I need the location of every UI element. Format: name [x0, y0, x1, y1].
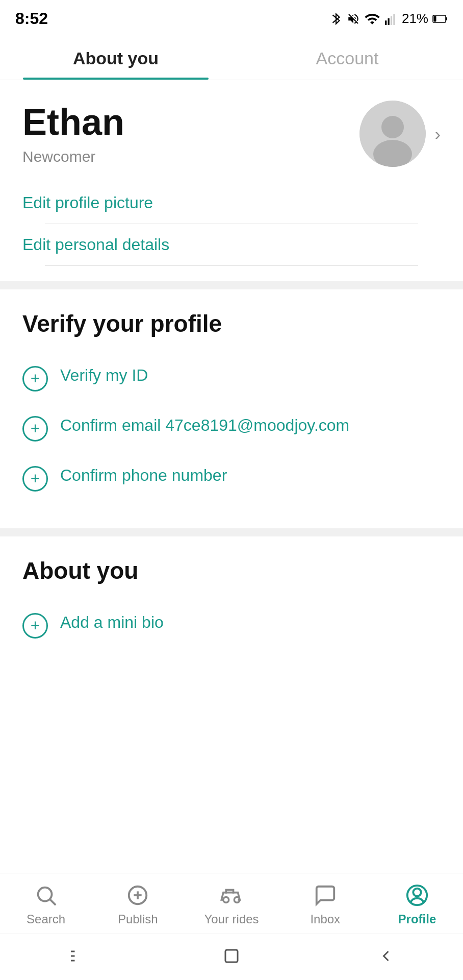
confirm-phone-text: Confirm phone number	[60, 464, 227, 487]
nav-your-rides[interactable]: Your rides	[204, 883, 259, 926]
nav-profile[interactable]: Profile	[392, 883, 443, 926]
nav-items: Search Publish	[0, 873, 463, 934]
profile-section: Ethan Newcomer ›	[0, 80, 463, 182]
nav-inbox[interactable]: Inbox	[300, 883, 351, 926]
profile-info: Ethan Newcomer	[22, 102, 359, 165]
android-nav-bar	[0, 934, 463, 980]
nav-publish[interactable]: Publish	[112, 883, 163, 926]
edit-profile-picture-link[interactable]: Edit profile picture	[22, 182, 441, 224]
svg-rect-5	[446, 17, 448, 20]
mute-icon	[347, 10, 360, 28]
confirm-phone-plus-icon: +	[22, 466, 48, 492]
top-tabs: About you Account	[0, 34, 463, 80]
status-bar: 8:52 21%	[0, 0, 463, 34]
svg-rect-22	[225, 950, 238, 962]
confirm-email-plus-icon: +	[22, 416, 48, 442]
svg-rect-1	[388, 18, 389, 24]
nav-search[interactable]: Search	[20, 883, 71, 926]
about-you-section-title: About you	[22, 557, 441, 584]
search-icon	[33, 883, 59, 908]
content-area: Ethan Newcomer › Edit profile picture Ed…	[0, 80, 463, 762]
svg-point-18	[413, 889, 421, 896]
svg-point-15	[223, 897, 229, 903]
tab-about-you[interactable]: About you	[0, 34, 232, 80]
back-button[interactable]	[373, 943, 399, 969]
profile-name: Ethan	[22, 102, 359, 142]
battery-icon	[432, 10, 448, 28]
nav-publish-label: Publish	[118, 912, 158, 926]
status-icons: 21%	[329, 10, 448, 28]
edit-personal-details-link[interactable]: Edit personal details	[22, 224, 441, 265]
svg-rect-2	[391, 16, 392, 24]
nav-inbox-label: Inbox	[310, 912, 340, 926]
verify-section: Verify your profile + Verify my ID + Con…	[0, 289, 463, 513]
home-button[interactable]	[219, 943, 244, 969]
divider-2	[45, 265, 418, 266]
profile-avatar-wrap[interactable]: ›	[359, 101, 441, 167]
nav-profile-label: Profile	[398, 912, 436, 926]
recent-apps-button[interactable]	[64, 943, 90, 969]
verify-section-title: Verify your profile	[22, 310, 441, 337]
tab-account[interactable]: Account	[232, 34, 463, 80]
svg-point-10	[38, 888, 52, 901]
about-you-section: About you + Add a mini bio	[0, 536, 463, 660]
svg-rect-6	[434, 16, 436, 21]
battery-percentage: 21%	[402, 11, 428, 27]
inbox-icon	[313, 883, 338, 908]
wifi-icon	[364, 10, 380, 28]
nav-profile-icon	[404, 883, 430, 908]
verify-id-text: Verify my ID	[60, 364, 148, 387]
status-time: 8:52	[15, 9, 48, 28]
section-separator-2	[0, 528, 463, 536]
svg-line-11	[50, 900, 56, 905]
bluetooth-icon	[329, 10, 343, 28]
section-separator-1	[0, 281, 463, 289]
mini-bio-plus-icon: +	[22, 613, 48, 639]
bottom-nav: Search Publish	[0, 873, 463, 980]
verify-id-item[interactable]: + Verify my ID	[22, 353, 441, 403]
signal-icon	[384, 10, 398, 28]
confirm-email-text: Confirm email 47ce8191@moodjoy.com	[60, 414, 349, 437]
nav-search-label: Search	[27, 912, 65, 926]
verify-id-plus-icon: +	[22, 366, 48, 391]
svg-point-8	[381, 116, 404, 138]
edit-links: Edit profile picture Edit personal detai…	[0, 182, 463, 266]
avatar-image	[359, 101, 426, 167]
svg-rect-0	[385, 20, 387, 25]
nav-your-rides-label: Your rides	[204, 912, 259, 926]
your-rides-icon	[219, 883, 244, 908]
mini-bio-text: Add a mini bio	[60, 611, 164, 634]
confirm-email-item[interactable]: + Confirm email 47ce8191@moodjoy.com	[22, 403, 441, 453]
mini-bio-item[interactable]: + Add a mini bio	[22, 600, 441, 650]
profile-badge: Newcomer	[22, 148, 359, 165]
svg-rect-3	[393, 14, 395, 25]
profile-chevron-icon: ›	[435, 124, 441, 144]
avatar	[359, 101, 426, 167]
publish-icon	[125, 883, 150, 908]
confirm-phone-item[interactable]: + Confirm phone number	[22, 453, 441, 503]
